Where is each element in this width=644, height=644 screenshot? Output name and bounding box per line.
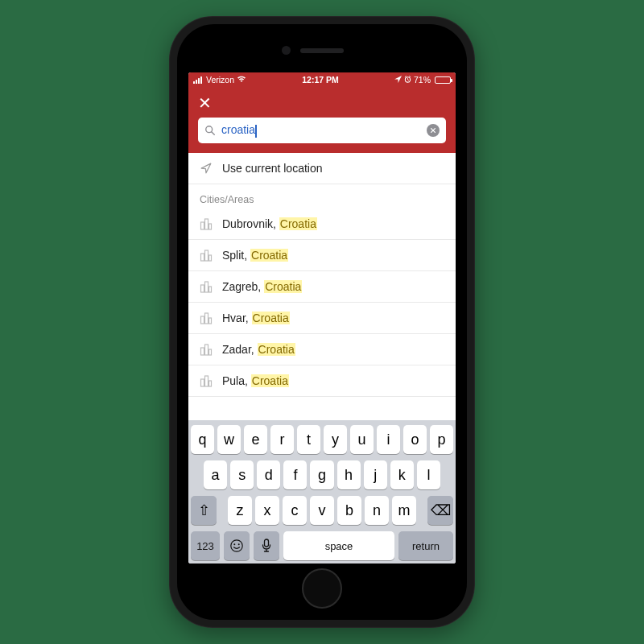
svg-point-23 — [238, 543, 240, 545]
signal-icon — [193, 76, 202, 84]
search-box[interactable]: croatia — [198, 118, 446, 143]
key-z[interactable]: z — [228, 496, 252, 525]
location-icon — [394, 75, 402, 85]
city-result-row[interactable]: Zagreb, Croatia — [188, 271, 456, 303]
results-list: Use current location Cities/Areas Dubrov… — [188, 153, 456, 420]
key-c[interactable]: c — [283, 496, 307, 525]
svg-rect-7 — [205, 250, 208, 261]
key-b[interactable]: b — [337, 496, 361, 525]
svg-point-21 — [231, 540, 242, 551]
key-a[interactable]: a — [204, 460, 227, 489]
svg-rect-18 — [201, 379, 204, 386]
city-result-row[interactable]: Hvar, Croatia — [188, 303, 456, 334]
mic-key[interactable] — [254, 531, 279, 560]
close-button[interactable]: ✕ — [198, 93, 212, 118]
city-result-row[interactable]: Pula, Croatia — [188, 365, 456, 397]
city-result-row[interactable]: Split, Croatia — [188, 240, 456, 271]
search-input[interactable]: croatia — [221, 123, 421, 137]
svg-rect-14 — [209, 318, 212, 324]
battery-icon — [435, 76, 451, 84]
svg-rect-20 — [209, 381, 212, 386]
city-result-label: Zagreb, Croatia — [222, 280, 302, 293]
key-v[interactable]: v — [310, 496, 334, 525]
home-button[interactable] — [302, 568, 342, 609]
search-icon — [204, 125, 216, 136]
status-left: Verizon — [193, 75, 246, 85]
emoji-key[interactable] — [224, 531, 250, 560]
key-q[interactable]: q — [191, 425, 214, 454]
key-d[interactable]: d — [257, 460, 280, 489]
shift-key[interactable]: ⇧ — [191, 496, 217, 525]
key-l[interactable]: l — [417, 460, 440, 489]
return-key[interactable]: return — [398, 531, 453, 560]
key-o[interactable]: o — [403, 425, 427, 454]
alarm-icon — [404, 75, 411, 85]
svg-rect-19 — [205, 376, 208, 386]
svg-rect-5 — [209, 224, 212, 229]
battery-pct: 71% — [414, 75, 431, 85]
key-r[interactable]: r — [270, 425, 294, 454]
svg-rect-17 — [209, 349, 212, 355]
city-icon — [200, 217, 213, 230]
wifi-icon — [237, 75, 246, 85]
svg-rect-24 — [265, 539, 269, 547]
city-result-label: Hvar, Croatia — [222, 312, 290, 324]
svg-line-2 — [212, 132, 215, 135]
phone-frame: Verizon 12:17 PM 71% — [169, 16, 475, 628]
svg-rect-4 — [205, 219, 208, 229]
key-e[interactable]: e — [244, 425, 267, 454]
numbers-key[interactable]: 123 — [191, 531, 220, 560]
phone-inner: Verizon 12:17 PM 71% — [177, 24, 467, 620]
screen: Verizon 12:17 PM 71% — [188, 72, 456, 564]
city-icon — [200, 249, 213, 262]
carrier-label: Verizon — [206, 75, 234, 85]
clear-search-button[interactable] — [427, 124, 440, 137]
key-h[interactable]: h — [337, 460, 361, 489]
status-right: 71% — [394, 75, 451, 85]
use-current-location[interactable]: Use current location — [188, 153, 456, 184]
city-result-label: Zadar, Croatia — [222, 343, 295, 356]
key-s[interactable]: s — [230, 460, 254, 489]
status-bar: Verizon 12:17 PM 71% — [188, 72, 456, 87]
svg-rect-12 — [201, 316, 204, 324]
key-k[interactable]: k — [390, 460, 414, 489]
svg-rect-9 — [201, 285, 204, 292]
city-result-row[interactable]: Dubrovnik, Croatia — [188, 208, 456, 240]
section-header-cities: Cities/Areas — [188, 184, 456, 208]
key-i[interactable]: i — [377, 425, 400, 454]
phone-speaker — [300, 48, 344, 53]
key-t[interactable]: t — [297, 425, 320, 454]
city-icon — [200, 312, 213, 324]
svg-rect-8 — [209, 255, 212, 261]
status-time: 12:17 PM — [302, 75, 339, 85]
key-u[interactable]: u — [350, 425, 374, 454]
use-current-location-label: Use current location — [222, 162, 323, 175]
city-icon — [200, 343, 213, 356]
key-n[interactable]: n — [365, 496, 389, 525]
city-result-row[interactable]: Zadar, Croatia — [188, 334, 456, 365]
backspace-key[interactable]: ⌫ — [427, 496, 453, 525]
svg-rect-10 — [205, 282, 208, 292]
key-f[interactable]: f — [283, 460, 307, 489]
key-m[interactable]: m — [392, 496, 416, 525]
city-result-label: Pula, Croatia — [222, 374, 289, 387]
header: ✕ croatia — [188, 87, 456, 153]
key-p[interactable]: p — [430, 425, 453, 454]
key-g[interactable]: g — [310, 460, 333, 489]
city-result-label: Split, Croatia — [222, 249, 288, 262]
svg-rect-11 — [209, 287, 212, 292]
svg-rect-16 — [205, 345, 208, 355]
svg-rect-6 — [201, 254, 204, 261]
front-camera — [282, 46, 291, 55]
keyboard: qwertyuiop asdfghjkl ⇧ zxcvbnm ⌫ 123 — [188, 420, 456, 564]
space-key[interactable]: space — [283, 531, 394, 560]
key-y[interactable]: y — [324, 425, 347, 454]
svg-rect-15 — [201, 348, 204, 355]
city-result-label: Dubrovnik, Croatia — [222, 217, 317, 230]
key-j[interactable]: j — [364, 460, 387, 489]
key-x[interactable]: x — [255, 496, 279, 525]
key-w[interactable]: w — [217, 425, 241, 454]
location-arrow-icon — [200, 163, 213, 174]
city-icon — [200, 280, 213, 293]
svg-rect-13 — [205, 313, 208, 324]
